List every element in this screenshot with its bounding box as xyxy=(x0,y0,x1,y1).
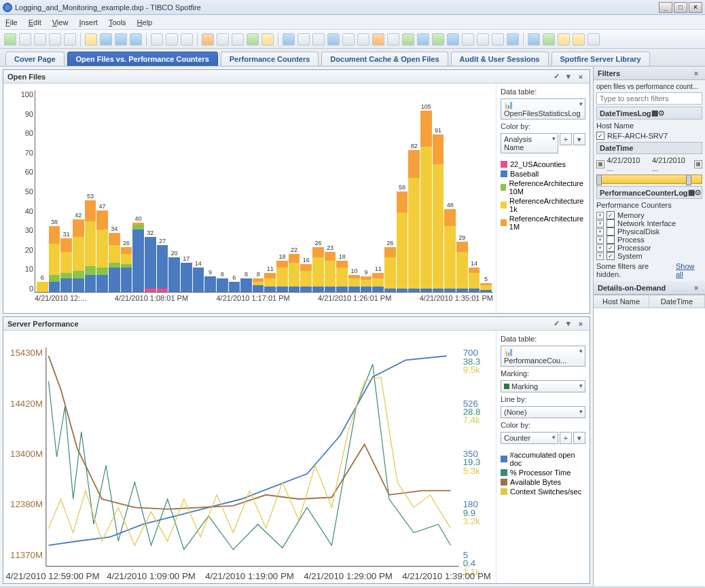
dod-col-datetime[interactable]: DateTime xyxy=(649,295,705,308)
menu-view[interactable]: View xyxy=(52,18,69,26)
grid-icon[interactable]: ▦ xyxy=(688,188,695,197)
details-on-demand-table[interactable]: Host Name DateTime xyxy=(594,295,705,587)
open-icon[interactable] xyxy=(85,33,97,45)
summary-icon[interactable] xyxy=(312,33,325,45)
search-filters-input[interactable] xyxy=(596,92,702,105)
boxplot-icon[interactable] xyxy=(477,33,489,45)
settings-button[interactable]: ▾ xyxy=(573,133,585,145)
close-icon[interactable]: × xyxy=(691,283,701,293)
tab-document-cache[interactable]: Document Cache & Open Files xyxy=(321,52,448,66)
linechart-icon[interactable] xyxy=(342,33,355,45)
print-icon[interactable] xyxy=(151,33,163,45)
tab-cover-page[interactable]: Cover Page xyxy=(5,52,65,66)
filter-group-perfcounterlog[interactable]: PerformanceCounterLog▦ ⊙ xyxy=(596,186,702,199)
chevron-down-icon[interactable]: ▾ xyxy=(564,72,573,81)
add-button[interactable]: + xyxy=(560,432,572,444)
layout4-icon[interactable] xyxy=(64,33,76,45)
scatterplot-icon[interactable] xyxy=(387,33,399,45)
data-table-dropdown[interactable]: 📊 PerformanceCou... xyxy=(501,346,585,367)
layout1-icon[interactable] xyxy=(19,33,31,45)
filter-group-datetimeslog[interactable]: DateTimesLog▦ ⊙ xyxy=(596,107,702,120)
parallel-icon[interactable] xyxy=(462,33,474,45)
menu-tools[interactable]: Tools xyxy=(109,18,126,26)
collapse-icon[interactable]: ⊙ xyxy=(658,109,664,117)
grid-icon[interactable]: ▦ xyxy=(651,109,658,117)
crosstab-icon[interactable] xyxy=(297,33,310,45)
layout2-icon[interactable] xyxy=(34,33,46,45)
comment-icon[interactable] xyxy=(588,33,600,45)
tab-open-files-vs-perf[interactable]: Open Files vs. Performance Counters xyxy=(67,52,218,66)
line-by-dropdown[interactable]: (None) xyxy=(501,406,585,418)
open-files-chart[interactable]: 1009080706050403020100 63831425347342640… xyxy=(3,84,496,313)
filter-icon[interactable] xyxy=(528,33,540,45)
confirm-icon[interactable]: ✓ xyxy=(552,319,561,329)
expand-icon[interactable]: + xyxy=(596,236,604,244)
menu-help[interactable]: Help xyxy=(137,18,153,26)
find-icon[interactable] xyxy=(543,33,555,45)
table-vis-icon[interactable] xyxy=(283,33,295,45)
dod-col-hostname[interactable]: Host Name xyxy=(594,295,649,308)
tab-audit-sessions[interactable]: Audit & User Sessions xyxy=(451,52,549,66)
menu-file[interactable]: File xyxy=(5,18,18,26)
counter-checkbox[interactable]: ✓ xyxy=(607,252,615,260)
export-icon[interactable] xyxy=(166,33,178,45)
minimize-button[interactable]: _ xyxy=(659,2,672,13)
save-icon[interactable] xyxy=(115,33,127,45)
datetime-range-slider[interactable] xyxy=(596,174,702,184)
maximize-button[interactable]: □ xyxy=(674,2,687,13)
copy-icon[interactable] xyxy=(181,33,193,45)
treemap-icon[interactable] xyxy=(432,33,444,45)
undo-step-icon[interactable] xyxy=(217,33,229,45)
expand-icon[interactable]: + xyxy=(596,244,604,252)
barchart-icon[interactable] xyxy=(327,33,340,45)
expand-icon[interactable]: + xyxy=(596,253,604,260)
server-performance-chart[interactable]: 11370M12380M13400M14420M15430M5180350526… xyxy=(3,331,496,583)
counter-checkbox[interactable]: ✓ xyxy=(607,211,615,219)
counter-checkbox[interactable]: ✓ xyxy=(607,244,615,252)
network-icon[interactable] xyxy=(492,33,504,45)
new-icon[interactable] xyxy=(4,33,16,45)
combochart-icon[interactable] xyxy=(357,33,369,45)
add-data-icon[interactable] xyxy=(100,33,112,45)
show-all-link[interactable]: Show all xyxy=(676,262,702,278)
calendar-icon[interactable]: ▦ xyxy=(694,160,702,168)
expand-icon[interactable]: + xyxy=(596,212,604,219)
settings-button[interactable]: ▾ xyxy=(573,432,585,444)
tag-icon[interactable] xyxy=(558,33,570,45)
tab-performance-counters[interactable]: Performance Counters xyxy=(221,52,319,66)
calendar-icon[interactable]: ▦ xyxy=(596,160,604,168)
counter-checkbox[interactable] xyxy=(607,219,615,227)
menu-edit[interactable]: Edit xyxy=(29,18,41,26)
redo-step-icon[interactable] xyxy=(232,33,244,45)
text-area-icon[interactable] xyxy=(507,33,519,45)
filter-scheme-dropdown[interactable]: open files vs performance count... xyxy=(596,83,702,90)
counter-checkbox[interactable] xyxy=(607,227,615,236)
marking-dropdown[interactable]: Marking xyxy=(501,380,585,392)
redo-icon[interactable] xyxy=(247,33,259,45)
close-icon[interactable]: × xyxy=(691,69,701,78)
menu-insert[interactable]: Insert xyxy=(79,18,98,26)
add-button[interactable]: + xyxy=(560,133,572,145)
mapchart-icon[interactable] xyxy=(417,33,429,45)
close-button[interactable]: × xyxy=(689,2,702,13)
expand-icon[interactable]: + xyxy=(596,228,604,236)
bookmark-icon[interactable] xyxy=(573,33,585,45)
color-by-dropdown[interactable]: Analysis Name xyxy=(501,133,558,153)
layout3-icon[interactable] xyxy=(49,33,61,45)
close-icon[interactable]: × xyxy=(576,72,585,81)
tab-server-library[interactable]: Spotfire Server Library xyxy=(552,52,650,66)
3dscatter-icon[interactable] xyxy=(402,33,414,45)
chevron-down-icon[interactable]: ▾ xyxy=(564,319,573,329)
confirm-icon[interactable]: ✓ xyxy=(552,72,561,81)
data-table-dropdown[interactable]: 📊 OpenFilesStatisticsLog xyxy=(501,98,585,120)
refresh-icon[interactable] xyxy=(261,33,274,45)
counter-checkbox[interactable] xyxy=(607,236,615,244)
close-icon[interactable]: × xyxy=(576,319,585,329)
expand-icon[interactable]: + xyxy=(596,220,604,227)
hostname-checkbox[interactable]: ✓ xyxy=(596,132,604,140)
undo-icon[interactable] xyxy=(202,33,214,45)
piechart-icon[interactable] xyxy=(372,33,384,45)
heatmap-icon[interactable] xyxy=(447,33,459,45)
save-as-icon[interactable] xyxy=(130,33,142,45)
color-by-dropdown[interactable]: Counter xyxy=(501,432,558,444)
